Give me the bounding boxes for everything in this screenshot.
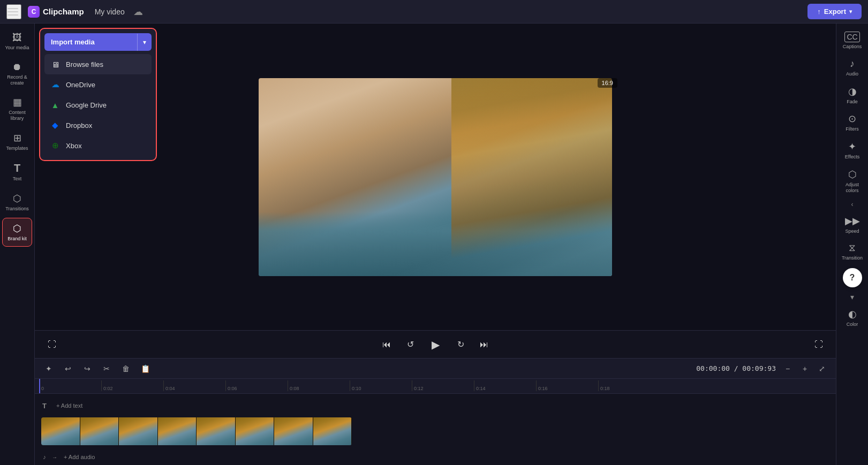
- sidebar-item-content-library[interactable]: ▦ Contentlibrary: [2, 92, 32, 126]
- ctrl-right: ⛶: [810, 336, 827, 353]
- export-chevron-icon: ▾: [849, 9, 852, 14]
- gdrive-item[interactable]: ▲ Google Drive: [44, 95, 152, 115]
- tick-3: 0:06: [225, 380, 288, 391]
- text-track-row: T + Add text: [35, 396, 836, 415]
- sidebar-label-brand-kit: Brand kit: [7, 236, 27, 242]
- help-button[interactable]: ?: [843, 268, 862, 287]
- undo-button[interactable]: ↩: [61, 361, 76, 376]
- add-text-button[interactable]: + Add text: [52, 402, 87, 409]
- xbox-item[interactable]: ⊕ Xbox: [44, 135, 152, 156]
- browse-files-icon: 🖥: [50, 59, 61, 70]
- crop-button[interactable]: ⛶: [43, 336, 61, 353]
- speed-tool[interactable]: ▶▶ Speed: [839, 211, 866, 238]
- dropbox-label: Dropbox: [66, 121, 92, 129]
- export-button[interactable]: ↑ Export ▾: [807, 4, 862, 19]
- add-audio-button[interactable]: + Add audio: [59, 454, 99, 460]
- scroll-down-arrow[interactable]: ▾: [848, 291, 856, 303]
- play-button[interactable]: ▶: [425, 334, 446, 355]
- video-title[interactable]: My video: [95, 7, 125, 16]
- your-media-icon: 🖼: [12, 32, 22, 43]
- clip-thumb-3: [119, 417, 158, 445]
- app-name: Clipchamp: [43, 7, 84, 16]
- preview-area: Import media ▾ 🖥 Browse files ☁ OneDrive…: [35, 24, 836, 330]
- export-label: Export: [824, 7, 846, 16]
- filters-tool[interactable]: ⊙ Filters: [839, 109, 866, 136]
- sidebar-label-your-media: Your media: [5, 45, 29, 51]
- clip-thumb-4: [158, 417, 197, 445]
- collapse-arrow[interactable]: ‹: [849, 199, 856, 210]
- skip-fwd-button[interactable]: ⏭: [475, 336, 493, 353]
- sidebar-item-your-media[interactable]: 🖼 Your media: [2, 28, 32, 55]
- effects-tool[interactable]: ✦ Effects: [839, 137, 866, 164]
- sidebar-item-record[interactable]: ⏺ Record &create: [2, 57, 32, 90]
- audio-label: Audio: [846, 71, 858, 77]
- fullscreen-button[interactable]: ⛶: [810, 336, 827, 353]
- audio-tool[interactable]: ♪ Audio: [839, 55, 866, 81]
- xbox-label: Xbox: [66, 142, 82, 150]
- video-clip[interactable]: [41, 417, 352, 445]
- transition-tool[interactable]: ⧖ Transition: [839, 239, 866, 265]
- sidebar-item-templates[interactable]: ⊞ Templates: [2, 128, 32, 156]
- skip-back-button[interactable]: ⏮: [378, 336, 395, 353]
- app-logo: C Clipchamp: [28, 6, 84, 18]
- sidebar-label-text: Text: [13, 176, 22, 182]
- onedrive-label: OneDrive: [66, 81, 95, 89]
- tick-7: 0:14: [474, 380, 536, 391]
- record-icon: ⏺: [12, 62, 22, 73]
- browse-files-item[interactable]: 🖥 Browse files: [44, 54, 152, 74]
- menu-button[interactable]: [6, 4, 21, 19]
- dropbox-item[interactable]: ◆ Dropbox: [44, 115, 152, 135]
- import-dropdown-button[interactable]: ▾: [137, 34, 152, 51]
- onedrive-item[interactable]: ☁ OneDrive: [44, 74, 152, 95]
- onedrive-icon: ☁: [50, 79, 61, 90]
- sidebar-label-record: Record &create: [7, 74, 27, 86]
- rewind-button[interactable]: ↺: [402, 336, 419, 353]
- clip-thumb-5: [197, 417, 236, 445]
- video-clips[interactable]: [41, 417, 352, 445]
- color-tool[interactable]: ◐ Color: [839, 304, 866, 331]
- forward-button[interactable]: ↻: [452, 336, 469, 353]
- right-tools-panel: CC Captions ♪ Audio ◑ Fade ⊙ Filters ✦ E…: [836, 24, 868, 465]
- cut-button[interactable]: ✂: [99, 361, 114, 376]
- brand-kit-icon: ⬡: [13, 223, 21, 234]
- zoom-out-button[interactable]: −: [780, 361, 795, 376]
- audio-track-row: ♪ → + Add audio: [35, 447, 836, 465]
- sidebar-label-transitions: Transitions: [5, 206, 29, 212]
- dropbox-icon: ◆: [50, 120, 61, 131]
- timeline-area: ✦ ↩ ↪ ✂ 🗑 📋 00:00:00 / 00:09:93 − + ⤢: [35, 358, 836, 465]
- effects-label: Effects: [845, 154, 859, 160]
- sidebar-item-brand-kit[interactable]: ⬡ Brand kit: [2, 218, 32, 247]
- filters-label: Filters: [846, 126, 859, 132]
- magic-tool-button[interactable]: ✦: [41, 361, 56, 376]
- clip-thumb-8: [313, 417, 352, 445]
- sidebar-label-content-library: Contentlibrary: [9, 110, 26, 121]
- paste-button[interactable]: 📋: [138, 361, 153, 376]
- delete-button[interactable]: 🗑: [118, 361, 133, 376]
- sidebar-item-text[interactable]: T Text: [2, 158, 32, 186]
- import-btn-row: Import media ▾: [44, 33, 152, 51]
- video-track-row: [35, 415, 836, 447]
- tick-9: 0:18: [598, 380, 660, 391]
- effects-icon: ✦: [848, 141, 856, 153]
- tick-5: 0:10: [350, 380, 412, 391]
- playhead[interactable]: [39, 379, 40, 393]
- captions-tool[interactable]: CC Captions: [839, 28, 866, 54]
- import-panel: Import media ▾ 🖥 Browse files ☁ OneDrive…: [39, 28, 157, 161]
- adjust-colors-tool[interactable]: ⬡ Adjustcolors: [839, 165, 866, 197]
- gdrive-icon: ▲: [50, 100, 61, 110]
- zoom-in-button[interactable]: +: [797, 361, 812, 376]
- main-area: 🖼 Your media ⏺ Record &create ▦ Contentl…: [0, 24, 868, 465]
- fade-label: Fade: [847, 99, 858, 105]
- aspect-ratio-badge: 16:9: [598, 78, 617, 88]
- fade-tool[interactable]: ◑ Fade: [839, 82, 866, 109]
- export-icon: ↑: [817, 7, 821, 16]
- transition-tool-icon: ⧖: [849, 242, 856, 254]
- redo-button[interactable]: ↪: [80, 361, 95, 376]
- import-media-button[interactable]: Import media: [44, 33, 137, 51]
- color-icon: ◐: [848, 308, 857, 320]
- sidebar-label-templates: Templates: [6, 146, 28, 151]
- fit-timeline-button[interactable]: ⤢: [814, 361, 829, 376]
- text-track-label: T: [39, 402, 50, 410]
- sidebar-item-transitions[interactable]: ⬡ Transitions: [2, 188, 32, 216]
- tick-6: 0:12: [412, 380, 474, 391]
